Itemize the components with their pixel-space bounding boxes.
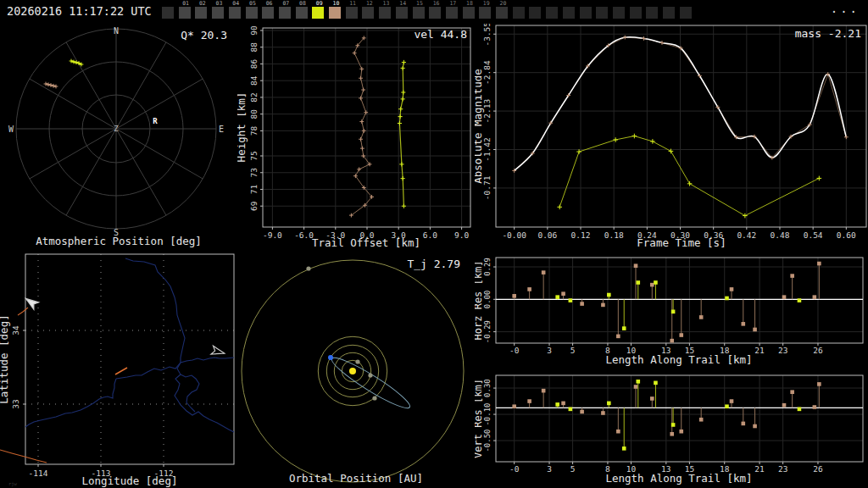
svg-text:E: E	[219, 125, 224, 134]
topbar: 20260216 11:17:22 UTC 010203040506070809…	[0, 0, 868, 24]
frame-button-06[interactable]	[262, 7, 274, 19]
stems-station-2	[512, 262, 821, 343]
svg-text:73: 73	[249, 168, 259, 177]
svg-text:71: 71	[249, 184, 259, 194]
svg-text:Q* 20.3: Q* 20.3	[181, 29, 227, 42]
frame-button[interactable]	[630, 7, 642, 19]
station-marker-2	[211, 346, 225, 358]
series-station-2	[349, 36, 374, 217]
frame-button[interactable]	[663, 7, 675, 19]
svg-text:34: 34	[11, 325, 20, 336]
svg-text:mass -2.21: mass -2.21	[795, 27, 861, 40]
frame-label: 07	[282, 1, 289, 7]
frame-button-08[interactable]	[296, 7, 308, 19]
frame-button-15[interactable]	[413, 7, 425, 19]
svg-text:N: N	[114, 26, 119, 36]
svg-text:90: 90	[249, 25, 259, 36]
svg-text:88: 88	[249, 42, 259, 53]
svg-text:Latitude [deg]: Latitude [deg]	[0, 314, 10, 403]
svg-text:0.60: 0.60	[837, 230, 856, 240]
frame-button[interactable]	[529, 7, 541, 19]
svg-text:-9.0: -9.0	[263, 230, 282, 240]
frame-button[interactable]	[646, 7, 658, 19]
frame-label: 14	[399, 1, 406, 7]
svg-text:0.18: 0.18	[604, 230, 624, 240]
svg-text:84: 84	[249, 75, 259, 86]
svg-text:3: 3	[547, 346, 552, 355]
frame-label: 05	[249, 1, 256, 7]
planet-dot	[368, 373, 372, 377]
svg-text:86: 86	[249, 58, 259, 69]
frame-button-09[interactable]	[312, 7, 324, 19]
svg-text:6.0: 6.0	[423, 230, 437, 240]
stems-station-1	[555, 380, 801, 451]
sun-dot	[349, 368, 356, 374]
frame-button-05[interactable]	[246, 7, 258, 19]
svg-text:-0: -0	[509, 346, 520, 355]
svg-text:0.12: 0.12	[571, 230, 591, 240]
track-station-2	[44, 82, 58, 89]
svg-text:T_j 2.79: T_j 2.79	[407, 258, 460, 270]
frame-button[interactable]	[162, 7, 174, 19]
panel-atmospheric-position: NSWEZRQ* 20.3Atmospheric Position [deg]	[0, 24, 237, 250]
svg-text:5: 5	[570, 464, 576, 474]
svg-text:Longitude [deg]: Longitude [deg]	[82, 474, 178, 487]
frame-button-02[interactable]	[195, 7, 207, 19]
frame-button-16[interactable]	[429, 7, 441, 19]
frame-button-04[interactable]	[229, 7, 241, 19]
svg-text:0.54: 0.54	[804, 230, 823, 240]
svg-text:W: W	[8, 125, 14, 134]
svg-text:Trail Offset [km]: Trail Offset [km]	[312, 236, 420, 249]
frame-button-14[interactable]	[396, 7, 408, 19]
frame-label: 10	[333, 1, 340, 7]
meteor-ground-trail	[115, 368, 127, 374]
frame-button-17[interactable]	[446, 7, 458, 19]
frame-button-10[interactable]	[329, 7, 341, 19]
frame-label: 15	[416, 1, 423, 7]
frame-button[interactable]	[563, 7, 575, 19]
svg-text:0.06: 0.06	[537, 230, 557, 240]
frame-button[interactable]	[513, 7, 525, 19]
frame-button[interactable]	[680, 7, 692, 19]
overflow-menu-button[interactable]: ...	[831, 2, 860, 15]
frame-button-01[interactable]	[179, 7, 191, 19]
svg-text:R: R	[153, 117, 158, 125]
frame-button-12[interactable]	[362, 7, 374, 19]
svg-text:-0.10: -0.10	[483, 403, 492, 426]
frame-button-20[interactable]	[496, 7, 508, 19]
frame-button-03[interactable]	[212, 7, 224, 19]
frame-button-11[interactable]	[346, 7, 358, 19]
stems-station-1	[555, 280, 801, 330]
frame-label: 02	[199, 1, 206, 7]
frame-button[interactable]	[546, 7, 558, 19]
panel-vertical-residuals: -0358101315182123260.30-0.10-0.50Length …	[475, 369, 868, 488]
meteor-orbit	[328, 352, 414, 413]
frame-button-18[interactable]	[463, 7, 475, 19]
frame-label: 01	[182, 1, 189, 7]
svg-text:-0.29: -0.29	[483, 320, 492, 343]
svg-text:23: 23	[778, 346, 787, 355]
svg-text:0.29: 0.29	[483, 258, 492, 276]
svg-text:-114: -114	[29, 469, 48, 478]
svg-text:21: 21	[754, 464, 765, 474]
svg-text:26: 26	[813, 346, 823, 355]
frame-button-13[interactable]	[379, 7, 391, 19]
frame-button[interactable]	[613, 7, 625, 19]
svg-text:Vert Res [km]: Vert Res [km]	[475, 379, 484, 458]
frame-button[interactable]	[596, 7, 608, 19]
frame-button-07[interactable]	[279, 7, 291, 19]
panel-trail-offset: -9.0-6.0-3.00.03.06.09.06971737578808284…	[237, 24, 475, 250]
svg-text:-3.55: -3.55	[482, 24, 492, 47]
svg-text:-0: -0	[509, 464, 520, 474]
river-lines	[25, 258, 234, 432]
svg-text:33: 33	[11, 399, 20, 408]
frame-label: 03	[216, 1, 223, 7]
frame-button-19[interactable]	[479, 7, 491, 19]
svg-text:9.0: 9.0	[454, 230, 469, 240]
svg-text:23: 23	[778, 464, 787, 474]
planet-dot	[306, 266, 310, 270]
svg-text:vel 44.8: vel 44.8	[414, 28, 467, 41]
frame-label: 09	[316, 1, 323, 7]
svg-text:0.00: 0.00	[483, 290, 492, 308]
frame-button[interactable]	[580, 7, 592, 19]
